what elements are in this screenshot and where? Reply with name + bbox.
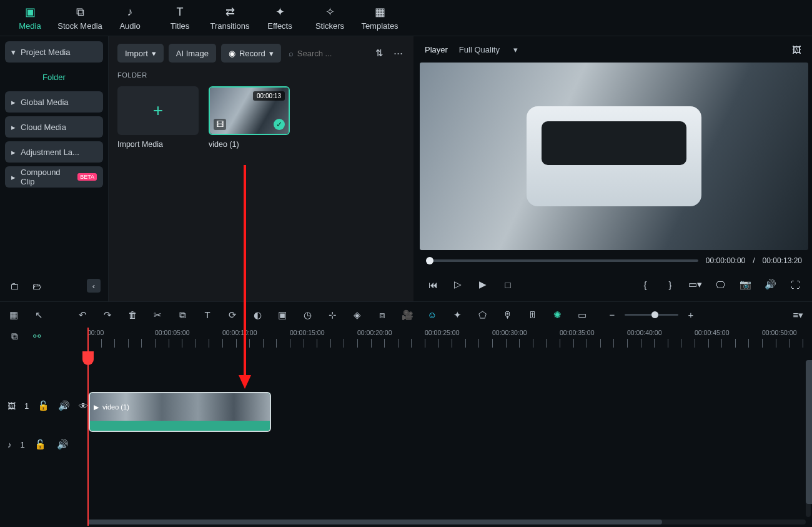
cursor-icon[interactable]: ↖	[32, 309, 45, 321]
layout-icon[interactable]: ▦	[7, 309, 20, 321]
text-button[interactable]: T	[201, 309, 214, 321]
video-track-row[interactable]: ▶ video (1)	[87, 390, 807, 434]
lock-icon[interactable]: 🔓	[37, 399, 49, 413]
mute-icon[interactable]: 🔊	[56, 438, 70, 451]
playhead-knob[interactable]	[82, 351, 94, 365]
clip-audio-strip	[90, 421, 270, 432]
sidebar-global-media[interactable]: ▸ Global Media	[5, 91, 103, 113]
tab-titles[interactable]: TTitles	[155, 2, 205, 34]
mark-out-button[interactable]: }	[663, 278, 677, 291]
crop-ratio-button[interactable]: ▭▾	[688, 278, 702, 291]
sidebar-compound-clip[interactable]: ▸ Compound Clip BETA	[5, 166, 103, 188]
more-icon[interactable]: ⋯	[391, 46, 405, 60]
time-ruler[interactable]: 00:00 00:00:05:00 00:00:10:00 00:00:15:0…	[87, 328, 807, 351]
quality-dropdown[interactable]: Full Quality▾	[459, 45, 518, 54]
track-number: 1	[24, 401, 29, 411]
duplicate-icon[interactable]: ⧉	[7, 329, 21, 343]
check-icon: ✓	[274, 119, 285, 130]
import-media-tile[interactable]: + Import Media	[117, 86, 199, 149]
sidebar-adjustment-layer[interactable]: ▸ Adjustment La...	[5, 141, 103, 163]
sidebar-bottom: 🗀 🗁 ‹	[5, 275, 103, 296]
clip-thumb-strip: ▶ video (1)	[90, 393, 270, 421]
undo-button[interactable]: ↶	[76, 309, 89, 321]
timeline-vscrollbar[interactable]	[806, 360, 811, 517]
ai-image-button[interactable]: AI Image	[169, 44, 216, 63]
tab-transitions[interactable]: ⇄Transitions	[205, 2, 255, 34]
lock-icon[interactable]: 🔓	[34, 438, 47, 451]
sidebar-cloud-media[interactable]: ▸ Cloud Media	[5, 116, 103, 138]
seek-knob[interactable]	[426, 257, 433, 264]
tab-templates[interactable]: ▦Templates	[355, 2, 405, 34]
filter-icon[interactable]: ⇅	[372, 46, 386, 60]
tab-stickers[interactable]: ✧Stickers	[305, 2, 355, 34]
mic-button[interactable]: 🎙	[501, 309, 513, 321]
marker-button[interactable]: ⬠	[476, 309, 488, 321]
media-thumb-video1[interactable]: 00:00:13 🎞 ✓ video (1)	[209, 86, 290, 149]
timeline: ⧉ ⚯ 🖼1 🔓 🔊 👁 ♪1 🔓 🔊 00:00 00:00:05:00 00…	[0, 328, 812, 526]
sparkle-button[interactable]: ✦	[451, 309, 463, 321]
color-button[interactable]: ◐	[251, 309, 264, 321]
templates-icon: ▦	[375, 5, 385, 19]
play-button[interactable]: ▶	[476, 278, 490, 291]
group-button[interactable]: ⧈	[376, 309, 389, 321]
total-time: 00:00:13:20	[763, 256, 802, 265]
tab-stock-media[interactable]: ⧉Stock Media	[55, 2, 105, 34]
timeline-clip-video1[interactable]: ▶ video (1)	[89, 392, 271, 432]
camera-button[interactable]: 🎥	[401, 309, 413, 321]
stop-button[interactable]: □	[501, 278, 515, 291]
mute-icon[interactable]: 🔊	[58, 399, 70, 413]
redo-button[interactable]: ↷	[101, 309, 114, 321]
volume-button[interactable]: 🔊	[763, 278, 777, 291]
timeline-hscrollbar[interactable]	[87, 519, 806, 524]
zoom-knob[interactable]	[651, 311, 658, 318]
new-folder-icon[interactable]: 🗀	[7, 279, 21, 293]
fit-button[interactable]: ⊹	[326, 309, 339, 321]
sidebar-project-media[interactable]: ▾ Project Media	[5, 41, 103, 63]
split-button[interactable]: ✂	[151, 309, 164, 321]
search-wrap: ⌕	[289, 49, 347, 58]
transform-button[interactable]: ▣	[276, 309, 289, 321]
snapshot-browser-icon[interactable]: 🖼	[790, 43, 803, 56]
prev-frame-button[interactable]: ⏮	[426, 278, 440, 291]
render-button[interactable]: ✺	[551, 309, 563, 321]
collapse-sidebar-button[interactable]: ‹	[87, 279, 101, 293]
crop-button[interactable]: ⧉	[176, 309, 189, 321]
hscroll-thumb[interactable]	[87, 519, 662, 524]
tab-effects[interactable]: ✦Effects	[255, 2, 305, 34]
chevron-right-icon: ▸	[11, 123, 16, 132]
snapshot-button[interactable]: 📷	[738, 278, 752, 291]
zoom-in-button[interactable]: +	[685, 309, 697, 321]
speed-ramp-button[interactable]: ⟳	[226, 309, 239, 321]
vscroll-thumb[interactable]	[806, 360, 812, 504]
seek-bar[interactable]	[426, 259, 698, 262]
playhead[interactable]	[87, 328, 89, 526]
beta-badge: BETA	[77, 173, 97, 181]
tab-media[interactable]: ▣Media	[5, 2, 55, 34]
zoom-out-button[interactable]: −	[606, 309, 618, 321]
current-time: 00:00:00:00	[706, 256, 745, 265]
player-panel: Player Full Quality▾ 🖼 00:00:00:00 / 00:…	[413, 36, 812, 301]
import-button[interactable]: Import▾	[117, 44, 164, 63]
timeline-view-button[interactable]: ≡▾	[792, 309, 805, 321]
tag-button[interactable]: ◈	[351, 309, 364, 321]
play-forward-button[interactable]: ▷	[451, 278, 465, 291]
new-bin-icon[interactable]: 🗁	[30, 279, 44, 293]
tab-audio[interactable]: ♪Audio	[105, 2, 155, 34]
mixer-button[interactable]: 🎚	[526, 309, 538, 321]
mark-in-button[interactable]: {	[638, 278, 652, 291]
sidebar-label: Project Media	[21, 48, 70, 57]
display-toggle-button[interactable]: 🖵	[713, 278, 727, 291]
ai-button[interactable]: ☺	[426, 309, 438, 321]
clock-button[interactable]: ◷	[301, 309, 314, 321]
timeline-body[interactable]: 00:00 00:00:05:00 00:00:10:00 00:00:15:0…	[87, 328, 807, 526]
link-icon[interactable]: ⚯	[30, 329, 44, 343]
zoom-slider[interactable]	[625, 314, 678, 316]
visibility-icon[interactable]: 👁	[79, 399, 88, 413]
preview-viewport[interactable]	[420, 63, 808, 250]
record-button[interactable]: ◉Record▾	[221, 44, 281, 63]
sidebar-folder[interactable]: Folder	[5, 66, 103, 88]
fullscreen-button[interactable]: ⛶	[788, 278, 802, 291]
delete-button[interactable]: 🗑	[126, 309, 139, 321]
frame-button[interactable]: ▭	[576, 309, 588, 321]
search-input[interactable]	[297, 49, 347, 58]
